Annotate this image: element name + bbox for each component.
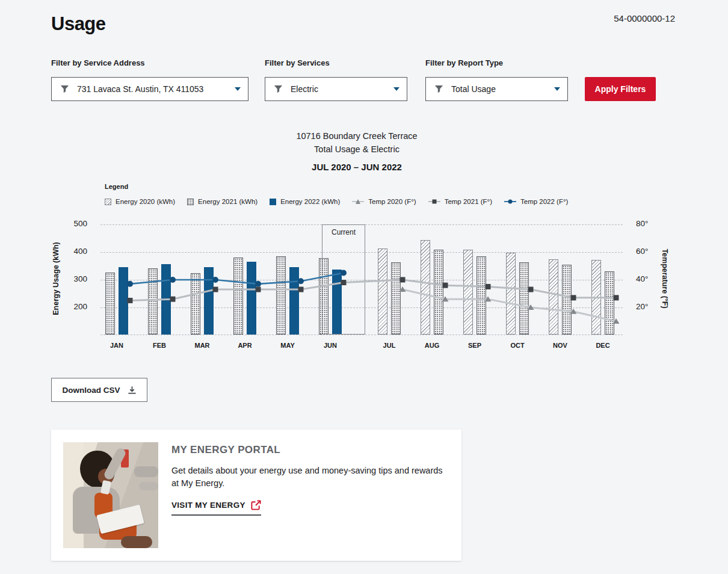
legend-label: Temp 2021 (F°) <box>445 198 492 205</box>
baseline-gridline <box>100 335 623 335</box>
marker-temp-2021-f- <box>341 280 347 285</box>
usage-chart: Energy Usage (kWh) Temperature (°F) Curr… <box>0 211 728 358</box>
filter-label-services: Filter by Services <box>265 58 330 67</box>
y-right-tick: 20° <box>636 302 662 311</box>
legend-item: Energy 2020 (kWh) <box>105 198 175 205</box>
legend-marker-triangle <box>352 198 364 205</box>
portal-photo <box>63 442 158 548</box>
report-type-dropdown[interactable]: Total Usage <box>425 77 568 101</box>
marker-temp-2022-f- <box>298 278 304 284</box>
month-label-may: MAY <box>270 342 306 349</box>
legend-label: Temp 2022 (F°) <box>520 198 568 205</box>
month-label-dec: DEC <box>585 342 621 349</box>
download-csv-label: Download CSV <box>62 386 120 395</box>
service-address-value: 731 Lavaca St. Austin, TX 411053 <box>77 84 230 94</box>
filter-funnel-icon <box>274 85 283 94</box>
month-label-aug: AUG <box>414 342 450 349</box>
marker-temp-2021-f- <box>298 287 304 292</box>
marker-temp-2021-f- <box>528 287 534 292</box>
month-label-oct: OCT <box>499 342 535 349</box>
marker-temp-2021-f- <box>486 284 491 289</box>
legend-label: Energy 2020 (kWh) <box>116 198 175 205</box>
filter-label-report-type: Filter by Report Type <box>425 58 503 67</box>
legend-swatch-solid <box>270 199 276 205</box>
y-left-tick: 200 <box>60 302 87 311</box>
marker-temp-2022-f- <box>170 277 176 283</box>
marker-temp-2021-f- <box>256 287 261 292</box>
legend-item: Temp 2022 (F°) <box>504 198 568 205</box>
download-csv-button[interactable]: Download CSV <box>51 378 147 402</box>
temperature-lines <box>100 224 623 335</box>
month-label-nov: NOV <box>542 342 578 349</box>
my-energy-portal-card: MY ENERGY PORTAL Get details about your … <box>51 430 461 561</box>
legend-item: Temp 2020 (F°) <box>352 198 416 205</box>
y-axis-title-energy: Energy Usage (kWh) <box>52 218 60 339</box>
marker-temp-2022-f- <box>255 281 261 287</box>
month-label-jan: JAN <box>99 342 135 349</box>
legend-label: Energy 2021 (kWh) <box>198 198 258 205</box>
y-right-tick: 60° <box>636 247 662 256</box>
marker-temp-2022-f- <box>341 270 347 276</box>
marker-temp-2021-f- <box>128 298 133 303</box>
month-label-mar: MAR <box>184 342 220 349</box>
services-value: Electric <box>291 84 389 94</box>
legend-marker-square <box>428 198 440 205</box>
legend-swatch-dots <box>187 199 194 205</box>
page-title: Usage <box>51 13 106 35</box>
y-right-tick: 80° <box>636 219 662 228</box>
external-link-icon <box>251 500 261 510</box>
service-address-dropdown[interactable]: 731 Lavaca St. Austin, TX 411053 <box>51 77 248 101</box>
legend-label: Temp 2020 (F°) <box>368 198 416 205</box>
y-left-tick: 300 <box>60 274 87 283</box>
y-right-tick: 40° <box>636 274 662 283</box>
portal-body: Get details about your energy use and mo… <box>171 464 443 490</box>
y-left-tick: 400 <box>60 247 87 256</box>
chart-subtitle: Total Usage & Electric <box>0 144 714 154</box>
filter-funnel-icon <box>60 85 69 94</box>
filter-label-service-address: Filter by Service Address <box>51 58 145 67</box>
marker-temp-2021-f- <box>614 295 619 300</box>
month-label-feb: FEB <box>141 342 177 349</box>
visit-my-energy-label: VISIT MY ENERGY <box>171 501 245 510</box>
chevron-down-icon <box>235 87 241 91</box>
legend-marker-circle <box>504 198 516 205</box>
chart-legend: Legend Energy 2020 (kWh)Energy 2021 (kWh… <box>105 183 568 205</box>
chart-address-line: 10716 Boundary Creek Terrace <box>0 131 714 141</box>
filter-funnel-icon <box>434 85 443 94</box>
month-label-sep: SEP <box>457 342 493 349</box>
month-label-jun: JUN <box>312 342 348 349</box>
legend-item: Temp 2021 (F°) <box>428 198 492 205</box>
legend-title: Legend <box>105 183 568 190</box>
visit-my-energy-link[interactable]: VISIT MY ENERGY <box>171 500 261 516</box>
legend-items: Energy 2020 (kWh)Energy 2021 (kWh)Energy… <box>105 198 568 205</box>
legend-label: Energy 2022 (kWh) <box>280 198 340 205</box>
legend-swatch-diagonal <box>105 199 111 205</box>
marker-temp-2021-f- <box>213 287 218 292</box>
month-label-jul: JUL <box>371 342 407 349</box>
marker-temp-2021-f- <box>443 283 448 288</box>
download-icon <box>128 386 137 395</box>
portal-title: MY ENERGY PORTAL <box>171 444 280 456</box>
marker-temp-2021-f- <box>170 297 176 302</box>
marker-temp-2021-f- <box>400 277 406 282</box>
chevron-down-icon <box>554 87 560 91</box>
apply-filters-button[interactable]: Apply Filters <box>585 77 656 101</box>
services-dropdown[interactable]: Electric <box>265 77 407 101</box>
chart-title-block: 10716 Boundary Creek Terrace Total Usage… <box>0 131 714 172</box>
marker-temp-2022-f- <box>127 281 133 287</box>
marker-temp-2021-f- <box>571 295 576 300</box>
y-left-tick: 500 <box>60 219 87 228</box>
chart-period: JUL 2020 – JUN 2022 <box>0 162 714 172</box>
marker-temp-2022-f- <box>212 277 218 283</box>
report-type-value: Total Usage <box>451 84 549 94</box>
chevron-down-icon <box>393 87 399 91</box>
legend-item: Energy 2021 (kWh) <box>187 198 258 205</box>
account-number: 54-0000000-12 <box>614 13 675 23</box>
legend-item: Energy 2022 (kWh) <box>270 198 340 205</box>
chart-plot-area: Current <box>100 224 623 335</box>
month-label-apr: APR <box>227 342 263 349</box>
